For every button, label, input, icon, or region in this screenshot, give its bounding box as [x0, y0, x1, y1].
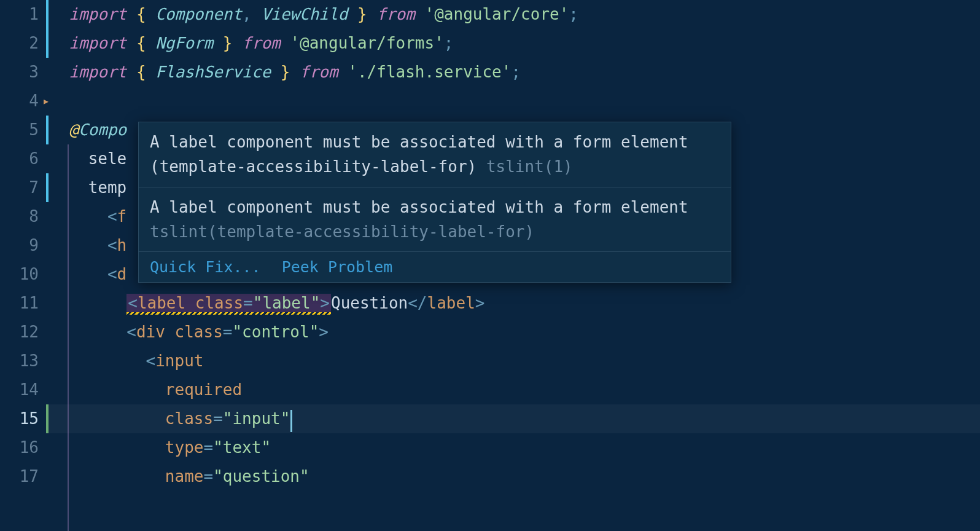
tooltip-text: A label component must be associated wit… [150, 133, 688, 151]
decorator-at: @ [69, 120, 79, 139]
line-number: 8 [0, 202, 39, 231]
line-number: 1 [0, 0, 39, 29]
line-number: 9 [0, 231, 39, 260]
string: '@angular/core' [425, 5, 569, 23]
code-line[interactable]: type="text" [50, 433, 980, 462]
keyword-from: from [376, 5, 415, 23]
code-line[interactable]: import { NgForm } from '@angular/forms'; [50, 29, 980, 58]
line-number: 6 [0, 144, 39, 173]
line-number: 12 [0, 318, 39, 347]
brace: } [348, 5, 367, 23]
code-line-active[interactable]: class="input" [50, 404, 980, 433]
decorator-name: Compo [79, 120, 126, 139]
angle: > [319, 323, 329, 341]
line-number-gutter: 1 2 3 4 ▸ 5 6 7 8 9 10 11 12 13 14 15 16… [0, 0, 46, 531]
code-editor[interactable]: 1 2 3 4 ▸ 5 6 7 8 9 10 11 12 13 14 15 16… [0, 0, 980, 531]
cursor-icon [290, 410, 292, 432]
tooltip-actions: Quick Fix... Peek Problem [139, 252, 731, 282]
attr-value: "label" [253, 294, 321, 312]
line-number: 2 [0, 29, 39, 58]
problem-hover-tooltip: A label component must be associated wit… [138, 122, 731, 283]
eq: = [223, 323, 233, 341]
keyword: import [69, 63, 126, 81]
tooltip-text: A label component must be associated wit… [150, 198, 688, 216]
partial-text: sele [88, 149, 127, 168]
line-number-text: 4 [29, 92, 39, 110]
line-number: 7 [0, 173, 39, 202]
tooltip-rule: (template-accessibility-label-for) [150, 157, 486, 176]
line-number: 13 [0, 347, 39, 376]
line-number: 4 ▸ [0, 87, 39, 116]
partial-tag: d [117, 265, 127, 283]
line-number: 3 [0, 58, 39, 87]
brace: } [271, 63, 290, 81]
ident: ViewChild [261, 5, 348, 23]
brace: } [213, 34, 232, 52]
tooltip-source: tslint(template-accessibility-label-for) [150, 222, 534, 241]
keyword: from [300, 63, 338, 81]
line-number: 14 [0, 376, 39, 404]
attr: class [195, 294, 243, 312]
code-line[interactable]: import { Component, ViewChild } from '@a… [50, 0, 980, 29]
brace: { [136, 34, 155, 52]
code-line[interactable]: <label class="label">Question</label> [50, 289, 980, 318]
attr-required: required [165, 380, 242, 399]
partial-tag: f [117, 207, 127, 226]
eq: = [243, 294, 253, 312]
attr-value: "question" [213, 467, 309, 486]
tooltip-message-2: A label component must be associated wit… [139, 187, 731, 253]
peek-problem-link[interactable]: Peek Problem [282, 258, 393, 276]
semicolon: ; [569, 5, 578, 23]
attr: name [165, 467, 204, 486]
partial-text: temp [88, 178, 127, 197]
line-number: 17 [0, 462, 39, 491]
attr-value: "text" [213, 438, 271, 457]
string: './flash.service' [348, 63, 511, 81]
code-line[interactable] [50, 87, 980, 116]
brace: { [136, 63, 155, 81]
line-number: 16 [0, 433, 39, 462]
keyword: import [69, 34, 126, 52]
text-content: Question [331, 294, 408, 312]
attr: class [175, 323, 223, 341]
semicolon: ; [444, 34, 454, 52]
line-number: 5 [0, 116, 39, 144]
indent-guide-border [68, 144, 69, 531]
code-line[interactable]: import { FlashService } from './flash.se… [50, 58, 980, 87]
eq: = [203, 438, 213, 457]
tooltip-message-1: A label component must be associated wit… [139, 122, 731, 187]
comma: , [242, 5, 261, 23]
keyword-import: import [69, 5, 126, 23]
ident: NgForm [155, 34, 213, 52]
line-number: 11 [0, 289, 39, 318]
angle: > [320, 294, 330, 312]
keyword: from [242, 34, 281, 52]
attr: type [165, 438, 204, 457]
attr-value: "control" [232, 323, 319, 341]
line-number-active: 15 [0, 404, 39, 433]
tag-label: label [138, 294, 195, 312]
eq: = [203, 467, 213, 486]
partial-tag: h [117, 236, 127, 254]
angle: < [128, 294, 138, 312]
code-line[interactable]: <div class="control"> [50, 318, 980, 347]
tooltip-source: tslint(1) [486, 157, 573, 176]
semicolon: ; [511, 63, 521, 81]
line-number: 10 [0, 260, 39, 289]
code-line[interactable]: name="question" [50, 462, 980, 491]
ident: FlashService [155, 63, 271, 81]
ident: Component [155, 5, 242, 23]
quick-fix-link[interactable]: Quick Fix... [150, 258, 261, 276]
code-line[interactable]: <input [50, 347, 980, 376]
brace: { [136, 5, 155, 23]
string: '@angular/forms' [290, 34, 443, 52]
code-line[interactable]: required [50, 376, 980, 404]
